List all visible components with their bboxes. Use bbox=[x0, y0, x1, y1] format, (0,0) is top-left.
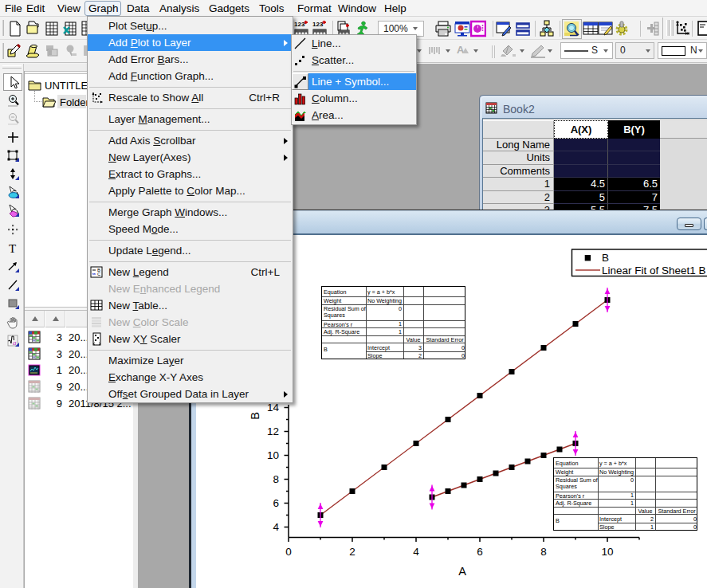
svg-text:8: 8 bbox=[273, 473, 279, 485]
svg-text:14: 14 bbox=[267, 402, 280, 414]
svg-text:10: 10 bbox=[267, 449, 279, 461]
svg-text:123: 123 bbox=[294, 21, 305, 28]
svg-text:12: 12 bbox=[267, 425, 279, 437]
svg-text:0: 0 bbox=[285, 546, 292, 558]
svg-text:A: A bbox=[458, 565, 466, 578]
svg-text:B: B bbox=[249, 412, 261, 420]
svg-text:10: 10 bbox=[601, 546, 613, 558]
svg-text:4: 4 bbox=[273, 521, 279, 533]
svg-text:Linear Fit of Sheet1 B: Linear Fit of Sheet1 B bbox=[602, 265, 706, 276]
svg-text:A: A bbox=[457, 44, 465, 56]
svg-text:6: 6 bbox=[273, 497, 279, 509]
svg-text:T: T bbox=[9, 242, 16, 255]
svg-text:8: 8 bbox=[540, 546, 547, 558]
svg-text:2: 2 bbox=[349, 546, 355, 558]
svg-text:B: B bbox=[602, 252, 609, 264]
svg-text:a: a bbox=[13, 339, 17, 347]
svg-text:6: 6 bbox=[477, 546, 483, 558]
svg-text:C: C bbox=[97, 272, 101, 276]
svg-text:123: 123 bbox=[312, 21, 324, 28]
svg-text:4: 4 bbox=[413, 546, 419, 558]
